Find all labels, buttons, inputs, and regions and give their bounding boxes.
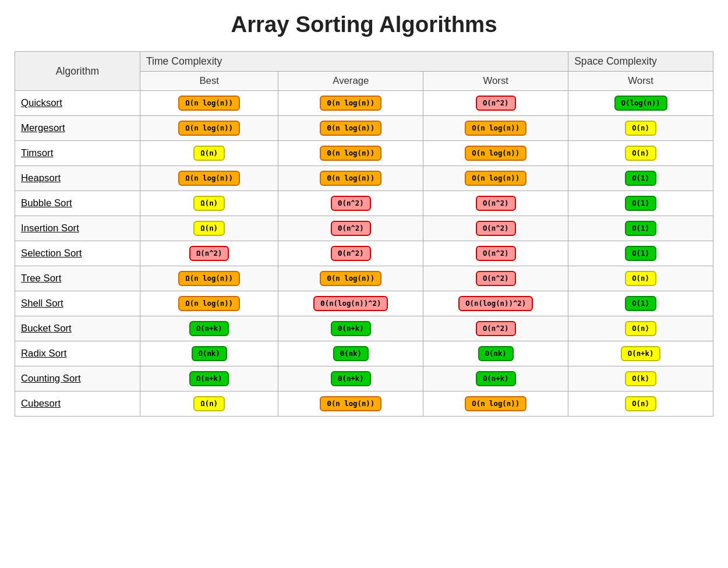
badge-average: Θ(n log(n)) [320, 96, 381, 111]
badge-space: O(k) [625, 371, 656, 386]
header-row-top: Algorithm Time Complexity Space Complexi… [15, 52, 713, 72]
badge-average: Θ(n+k) [331, 371, 371, 386]
table-row: HeapsortΩ(n log(n))Θ(n log(n))O(n log(n)… [15, 166, 713, 191]
algo-name-cell[interactable]: Mergesort [15, 116, 140, 141]
badge-best: Ω(n log(n)) [178, 271, 240, 286]
algo-link[interactable]: Cubesort [21, 398, 61, 409]
table-row: Bubble SortΩ(n)Θ(n^2)O(n^2)O(1) [15, 191, 713, 216]
table-row: Selection SortΩ(n^2)Θ(n^2)O(n^2)O(1) [15, 241, 713, 266]
algo-name-cell[interactable]: Timsort [15, 141, 140, 166]
cell-worst: O(n(log(n))^2) [423, 291, 568, 316]
badge-best: Ω(n log(n)) [178, 121, 240, 136]
algo-link[interactable]: Quicksort [21, 97, 62, 108]
col-space-complexity: Space Complexity [568, 52, 713, 72]
badge-space: O(n) [625, 146, 656, 161]
cell-space: O(n) [568, 316, 713, 341]
algo-name-cell[interactable]: Tree Sort [15, 266, 140, 291]
algo-link[interactable]: Bubble Sort [21, 197, 72, 209]
cell-average: Θ(n log(n)) [278, 166, 423, 191]
cell-space: O(1) [568, 191, 713, 216]
algo-name-cell[interactable]: Bucket Sort [15, 316, 140, 341]
cell-best: Ω(n) [140, 216, 278, 241]
algo-link[interactable]: Radix Sort [21, 348, 66, 359]
cell-space: O(n) [568, 141, 713, 166]
badge-worst: O(n^2) [476, 271, 516, 286]
badge-worst: O(n(log(n))^2) [458, 296, 533, 311]
cell-worst: O(n log(n)) [423, 116, 568, 141]
col-algorithm: Algorithm [15, 52, 140, 91]
page-container: Array Sorting Algorithms Algorithm Time … [15, 12, 713, 417]
algo-link[interactable]: Bucket Sort [21, 323, 72, 334]
cell-space: O(1) [568, 291, 713, 316]
cell-best: Ω(n^2) [140, 241, 278, 266]
badge-average: Θ(n+k) [331, 321, 371, 336]
badge-best: Ω(n log(n)) [178, 96, 240, 111]
algo-link[interactable]: Heapsort [21, 172, 61, 184]
algo-name-cell[interactable]: Cubesort [15, 391, 140, 417]
algo-name-cell[interactable]: Shell Sort [15, 291, 140, 316]
algo-link[interactable]: Counting Sort [21, 373, 81, 384]
algo-link[interactable]: Insertion Sort [21, 223, 79, 234]
cell-worst: O(n log(n)) [423, 141, 568, 166]
cell-average: Θ(n log(n)) [278, 91, 423, 116]
cell-average: Θ(nk) [278, 341, 423, 366]
badge-worst: O(n^2) [476, 196, 516, 211]
cell-best: Ω(n log(n)) [140, 291, 278, 316]
badge-space: O(1) [625, 196, 656, 211]
algo-name-cell[interactable]: Quicksort [15, 91, 140, 116]
badge-best: Ω(n) [193, 396, 225, 411]
badge-space: O(n) [625, 271, 656, 286]
badge-worst: O(n+k) [476, 371, 516, 386]
cell-space: O(1) [568, 166, 713, 191]
algo-name-cell[interactable]: Selection Sort [15, 241, 140, 266]
badge-average: Θ(n(log(n))^2) [313, 296, 388, 311]
badge-space: O(n) [625, 396, 656, 411]
sub-average: Average [278, 72, 423, 91]
algo-name-cell[interactable]: Bubble Sort [15, 191, 140, 216]
cell-average: Θ(n log(n)) [278, 266, 423, 291]
sub-space-worst: Worst [568, 72, 713, 91]
table-row: Counting SortΩ(n+k)Θ(n+k)O(n+k)O(k) [15, 366, 713, 391]
algo-link[interactable]: Shell Sort [21, 298, 63, 309]
algo-link[interactable]: Selection Sort [21, 248, 82, 259]
badge-space: O(n) [625, 121, 656, 136]
badge-average: Θ(n^2) [331, 196, 371, 211]
cell-worst: O(n^2) [423, 266, 568, 291]
algo-link[interactable]: Tree Sort [21, 273, 61, 284]
cell-space: O(n) [568, 391, 713, 417]
cell-best: Ω(nk) [140, 341, 278, 366]
algo-name-cell[interactable]: Counting Sort [15, 366, 140, 391]
badge-space: O(1) [625, 246, 656, 261]
cell-average: Θ(n log(n)) [278, 116, 423, 141]
cell-average: Θ(n log(n)) [278, 141, 423, 166]
algo-name-cell[interactable]: Heapsort [15, 166, 140, 191]
badge-best: Ω(n log(n)) [178, 296, 240, 311]
algo-link[interactable]: Timsort [21, 147, 53, 158]
cell-space: O(1) [568, 241, 713, 266]
cell-space: O(1) [568, 216, 713, 241]
algo-name-cell[interactable]: Insertion Sort [15, 216, 140, 241]
badge-worst: O(n^2) [476, 246, 516, 261]
badge-best: Ω(n) [193, 221, 225, 236]
cell-space: O(k) [568, 366, 713, 391]
cell-worst: O(n^2) [423, 241, 568, 266]
cell-best: Ω(n log(n)) [140, 266, 278, 291]
badge-average: Θ(n log(n)) [320, 171, 381, 186]
badge-space: O(n) [625, 321, 656, 336]
badge-worst: O(nk) [478, 346, 514, 361]
badge-average: Θ(n^2) [331, 221, 371, 236]
algo-name-cell[interactable]: Radix Sort [15, 341, 140, 366]
cell-average: Θ(n^2) [278, 241, 423, 266]
cell-best: Ω(n+k) [140, 366, 278, 391]
cell-average: Θ(n log(n)) [278, 391, 423, 417]
badge-space: O(1) [625, 296, 656, 311]
cell-worst: O(n^2) [423, 216, 568, 241]
page-title: Array Sorting Algorithms [15, 12, 713, 37]
badge-worst: O(n^2) [476, 221, 516, 236]
cell-average: Θ(n+k) [278, 316, 423, 341]
table-row: Tree SortΩ(n log(n))Θ(n log(n))O(n^2)O(n… [15, 266, 713, 291]
cell-worst: O(n log(n)) [423, 391, 568, 417]
table-row: Shell SortΩ(n log(n))Θ(n(log(n))^2)O(n(l… [15, 291, 713, 316]
badge-average: Θ(n^2) [331, 246, 371, 261]
algo-link[interactable]: Mergesort [21, 122, 65, 133]
